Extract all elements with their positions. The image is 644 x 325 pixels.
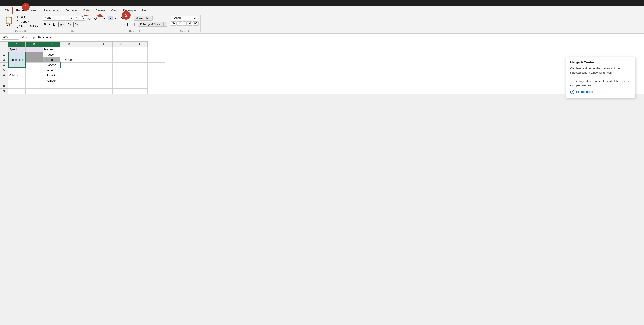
cell-G9[interactable] (113, 89, 130, 94)
cell-F2[interactable] (95, 52, 113, 57)
cell-B6[interactable] (26, 73, 43, 78)
row-header-2[interactable]: 2 (0, 52, 8, 57)
align-bottom-button[interactable]: ≡↓ (113, 16, 119, 20)
cell-A5[interactable] (8, 68, 26, 73)
row-header-4[interactable]: 4 (0, 62, 8, 68)
col-header-A[interactable]: A (8, 42, 26, 47)
paste-button[interactable]: 📋 Paste ▾ (2, 15, 15, 29)
cell-F5[interactable] (95, 68, 113, 73)
row-header-9[interactable]: 9 (0, 89, 8, 94)
cell-E1[interactable] (78, 47, 95, 52)
tab-data[interactable]: Data (80, 7, 92, 14)
cell-D8[interactable] (60, 83, 78, 89)
cell-C9[interactable] (43, 89, 60, 94)
cell-C1[interactable]: Names (43, 47, 60, 52)
bold-button[interactable]: B (43, 22, 47, 26)
cell-F6[interactable] (95, 73, 113, 78)
cell-D4[interactable] (60, 62, 78, 68)
row-header-3[interactable]: 3 (0, 57, 8, 62)
cell-F4[interactable] (95, 62, 113, 68)
col-header-F[interactable]: F (95, 42, 113, 47)
currency-button[interactable]: $▾ (171, 21, 176, 26)
percent-button[interactable]: % (177, 21, 182, 26)
cell-A2[interactable]: Badminton (8, 52, 26, 68)
row-header-6[interactable]: 6 (0, 73, 8, 78)
format-painter-button[interactable]: 🖌 Format Painter (16, 24, 39, 29)
formula-input[interactable] (37, 35, 642, 39)
cell-B5[interactable] (26, 68, 43, 73)
cell-A8[interactable] (8, 83, 26, 89)
tab-view[interactable]: View (108, 7, 120, 14)
tab-file[interactable]: File (2, 7, 12, 14)
row-header-8[interactable]: 8 (0, 83, 8, 89)
cell-G6[interactable] (113, 73, 130, 78)
align-middle-button[interactable]: ≡ (108, 16, 113, 20)
cell-G2[interactable] (113, 52, 130, 57)
cell-C4[interactable]: Joseph (43, 62, 60, 68)
cell-G4[interactable] (113, 62, 130, 68)
italic-button[interactable]: I (48, 22, 51, 26)
increase-indent-button[interactable]: →| (130, 22, 136, 26)
cell-E8[interactable] (78, 83, 95, 89)
font-name-select[interactable]: Calibri (43, 16, 73, 21)
cell-B7[interactable] (26, 78, 43, 83)
cell-C5[interactable]: Alberto (43, 68, 60, 73)
cell-H9[interactable] (130, 89, 148, 94)
copy-button[interactable]: ⿺ Copy ▾ (16, 19, 39, 24)
cell-ref-dropdown[interactable]: ▾ (7, 36, 8, 38)
cell-E3[interactable] (95, 57, 113, 62)
cell-reference-box[interactable]: A2 ▾ (2, 35, 19, 40)
cell-G3[interactable] (130, 57, 148, 62)
cell-H4[interactable] (130, 62, 148, 68)
border-button[interactable]: ⊞▾ (58, 22, 65, 27)
cut-button[interactable]: ✂ Cut (16, 15, 39, 19)
copy-dropdown-icon[interactable]: ▾ (28, 21, 29, 23)
cell-D7[interactable] (60, 78, 78, 83)
cell-G1[interactable] (113, 47, 130, 52)
decrease-decimal-button[interactable]: 00 (193, 21, 198, 26)
cell-B1[interactable] (26, 47, 43, 52)
alignment-expand-icon[interactable]: ⧉ (139, 30, 140, 32)
cell-D6[interactable] (60, 73, 78, 78)
tab-help[interactable]: Help (139, 7, 151, 14)
cell-H6[interactable] (130, 73, 148, 78)
cell-D5[interactable] (60, 68, 78, 73)
cell-A1[interactable]: Sport (8, 47, 26, 52)
underline-button[interactable]: U▾ (52, 22, 57, 27)
cell-H2[interactable] (130, 52, 148, 57)
col-header-B[interactable]: B (26, 42, 43, 47)
font-size-select[interactable]: 11 (74, 16, 86, 21)
highlight-color-button[interactable]: A̲▾ (66, 22, 72, 27)
cell-H7[interactable] (130, 78, 148, 83)
cell-E9[interactable] (78, 89, 95, 94)
confirm-formula-icon[interactable]: ✓ (26, 35, 29, 40)
cell-F8[interactable] (95, 83, 113, 89)
cell-D2[interactable] (60, 52, 78, 57)
paste-dropdown-icon[interactable]: ▾ (12, 24, 13, 26)
tell-me-more-link[interactable]: ? Tell me more (570, 90, 631, 94)
corner-header[interactable] (0, 42, 8, 47)
decrease-indent-button[interactable]: ←| (122, 22, 129, 26)
cell-E2[interactable] (78, 52, 95, 57)
col-header-H[interactable]: H (130, 42, 148, 47)
cell-F7[interactable] (95, 78, 113, 83)
cell-H8[interactable] (130, 83, 148, 89)
clipboard-expand-icon[interactable]: ⧉ (25, 30, 26, 32)
cell-B3[interactable]: Group 1 (43, 57, 60, 62)
col-header-D[interactable]: D (60, 42, 78, 47)
col-header-E[interactable]: E (78, 42, 95, 47)
cell-C3[interactable]: Kristen (60, 57, 78, 62)
cell-F9[interactable] (95, 89, 113, 94)
tab-review[interactable]: Review (92, 7, 108, 14)
cell-E4[interactable] (78, 62, 95, 68)
cell-G5[interactable] (113, 68, 130, 73)
col-header-G[interactable]: G (113, 42, 130, 47)
cell-A9[interactable] (8, 89, 26, 94)
comma-button[interactable]: , (183, 21, 186, 26)
cell-F3[interactable] (113, 57, 130, 62)
cell-D9[interactable] (60, 89, 78, 94)
col-header-C[interactable]: C (43, 42, 60, 47)
number-format-select[interactable]: General (171, 16, 197, 20)
merge-center-dropdown[interactable]: ▾ (163, 22, 167, 26)
cell-E6[interactable] (78, 73, 95, 78)
